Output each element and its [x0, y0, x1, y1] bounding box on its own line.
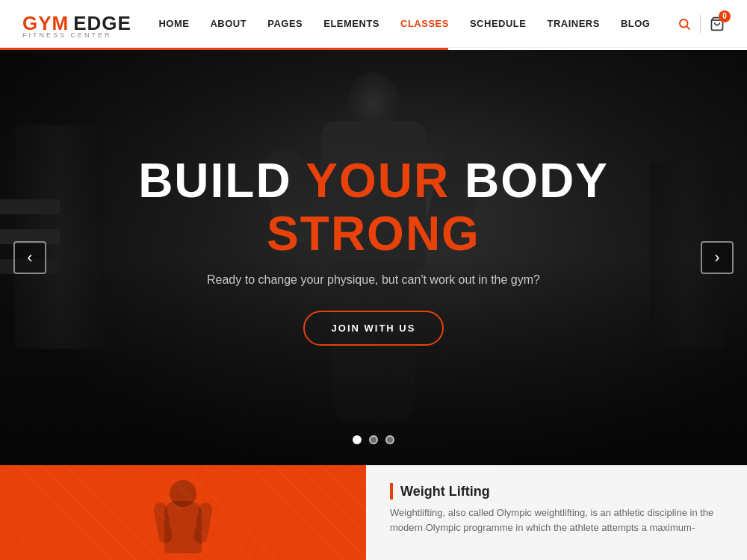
- nav: HOME ABOUT PAGES ELEMENTS CLASSES SCHEDU…: [158, 18, 650, 29]
- hero-title-part4: STRONG: [267, 207, 480, 261]
- hero-content: BUILD YOUR BODY STRONG Ready to change y…: [0, 50, 747, 465]
- hero-section: ‹ BUILD YOUR BODY STRONG Ready to change…: [0, 50, 747, 465]
- header: GYM EDGE FITNESS CENTER HOME ABOUT PAGES…: [0, 0, 747, 48]
- cart-wrapper: 0: [710, 16, 725, 31]
- bottom-info-panel: Weight Lifting Weightlifting, also calle…: [366, 465, 747, 560]
- next-icon: ›: [714, 248, 719, 267]
- section-title: Weight Lifting: [400, 484, 490, 500]
- hero-title-part1: BUILD: [138, 154, 306, 208]
- hero-title-part3: BODY: [465, 154, 609, 208]
- nav-item-home[interactable]: HOME: [158, 18, 189, 29]
- svg-line-1: [686, 26, 689, 29]
- logo: GYM EDGE FITNESS CENTER: [22, 12, 131, 35]
- hero-dot-1[interactable]: [353, 435, 362, 444]
- svg-point-0: [680, 19, 688, 28]
- section-title-wrapper: Weight Lifting: [390, 483, 723, 500]
- nav-item-schedule[interactable]: SCHEDULE: [470, 18, 527, 29]
- logo-sub: FITNESS CENTER: [22, 31, 112, 39]
- nav-item-elements[interactable]: ELEMENTS: [323, 18, 379, 29]
- hero-title: BUILD YOUR BODY STRONG: [30, 155, 717, 260]
- nav-item-blog[interactable]: BLOG: [621, 18, 651, 29]
- hero-title-part2: YOUR: [306, 154, 450, 208]
- hero-dot-3[interactable]: [385, 435, 394, 444]
- hero-dots: [353, 435, 394, 444]
- join-button[interactable]: JOIN WITH US: [303, 311, 444, 346]
- section-text: Weightlifting, also called Olympic weigh…: [390, 505, 723, 535]
- nav-item-trainers[interactable]: TRAINERS: [547, 18, 599, 29]
- hero-dot-2[interactable]: [369, 435, 378, 444]
- prev-icon: ‹: [27, 248, 32, 267]
- search-icon: [678, 17, 691, 31]
- title-accent: [390, 483, 393, 500]
- nav-item-pages[interactable]: PAGES: [267, 18, 303, 29]
- cart-badge: 0: [719, 10, 731, 22]
- hero-next-button[interactable]: ›: [701, 241, 734, 274]
- bottom-orange-panel: [0, 465, 366, 560]
- bottom-section: Weight Lifting Weightlifting, also calle…: [0, 465, 747, 560]
- hero-subtitle: Ready to change your physique, but can't…: [207, 273, 540, 287]
- search-button[interactable]: [678, 17, 691, 31]
- nav-item-classes[interactable]: CLASSES: [400, 18, 449, 29]
- nav-divider: [700, 15, 701, 33]
- hero-prev-button[interactable]: ‹: [13, 241, 46, 274]
- nav-item-about[interactable]: ABOUT: [210, 18, 247, 29]
- nav-icons: 0: [678, 15, 725, 33]
